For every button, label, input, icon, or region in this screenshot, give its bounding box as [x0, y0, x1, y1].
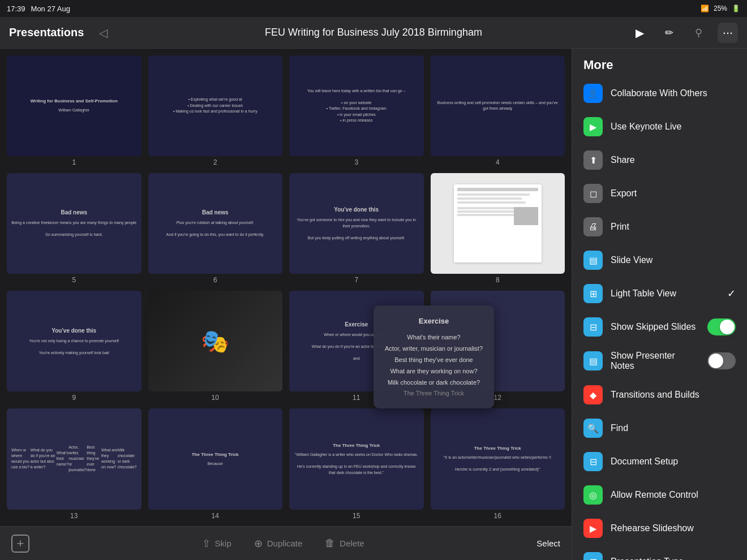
slide-number: 14	[212, 512, 219, 520]
panel-item-find[interactable]: 🔍Find	[572, 412, 747, 445]
slide-number: 10	[212, 394, 219, 402]
slide-item[interactable]: The Three Thing Trick Because 14	[148, 408, 283, 519]
panel-item-rehearse[interactable]: ▶Rehearse Slideshow	[572, 512, 747, 545]
slide-thumbnail[interactable]: You will leave here today with a written…	[289, 55, 424, 156]
slide-item[interactable]: When or where would you use a bio?What d…	[7, 408, 141, 519]
find-icon: 🔍	[583, 419, 603, 438]
status-date: Mon 27 Aug	[31, 5, 70, 13]
panel-item-light-table[interactable]: ⊞Light Table View✓	[572, 277, 747, 311]
slide-thumbnail[interactable]: The Three Thing Trick "X is an actor/wri…	[431, 408, 565, 509]
slide-item[interactable]: The Three Thing Trick "William Gallagher…	[289, 408, 424, 519]
battery-level: 25%	[714, 5, 727, 12]
print-label: Print	[611, 222, 736, 232]
remote-icon: ◎	[583, 485, 603, 505]
doc-setup-label: Document Setup	[611, 456, 736, 467]
export-label: Export	[611, 188, 736, 199]
slide-thumbnail[interactable]: • Exploiting what we're good at• Dealing…	[148, 55, 283, 156]
slide-number: 1	[72, 158, 76, 166]
app-title: Presentations	[9, 26, 84, 39]
right-panel: More 👤Collaborate With Others▶Use Keynot…	[572, 49, 747, 560]
slide-thumbnail[interactable]: The Three Thing Trick Because	[148, 408, 283, 509]
select-label: Select	[536, 539, 560, 548]
add-slide-button[interactable]: +	[11, 535, 29, 553]
wifi-icon: 📶	[701, 5, 709, 12]
panel-item-export[interactable]: ◻Export	[572, 177, 747, 210]
delete-icon: 🗑	[325, 537, 335, 549]
slide-thumbnail[interactable]: You've done this You've got someone to h…	[289, 173, 424, 274]
slide-item[interactable]: You will leave here today with a written…	[289, 55, 424, 166]
toolbar: Presentations ◁ FEU Writing for Business…	[0, 17, 747, 49]
slide-thumbnail[interactable]: The Three Thing Trick "William Gallagher…	[289, 408, 424, 509]
slide-item[interactable]: 8	[431, 173, 565, 284]
share-button[interactable]: ⚲	[688, 23, 709, 43]
slide-item[interactable]: The Three Thing Trick "X is an actor/wri…	[431, 408, 565, 519]
keynote-live-label: Use Keynote Live	[611, 122, 736, 132]
slide-number: 6	[213, 276, 217, 284]
panel-item-presenter-notes[interactable]: ▤Show Presenter Notes	[572, 344, 747, 378]
slide-view-icon: ▤	[583, 251, 603, 270]
slide-item[interactable]: 🎭 10	[148, 291, 283, 402]
panel-item-pres-type[interactable]: ⊟Presentation Type	[572, 545, 747, 560]
panel-item-keynote-live[interactable]: ▶Use Keynote Live	[572, 110, 747, 144]
slide-item[interactable]: • Exploiting what we're good at• Dealing…	[148, 55, 283, 166]
select-button[interactable]: Select	[536, 539, 560, 548]
add-icon: +	[11, 535, 29, 553]
slide-thumbnail[interactable]: Writing for Business and Self-Promotion …	[7, 55, 141, 156]
annotate-button[interactable]: ✏	[659, 23, 679, 43]
slide-item[interactable]: Business writing and self-promotion need…	[431, 55, 565, 166]
export-icon: ◻	[583, 184, 603, 203]
duplicate-icon: ⊕	[254, 537, 263, 550]
share-label: Share	[611, 155, 736, 165]
delete-button[interactable]: 🗑 Delete	[325, 537, 364, 549]
skip-icon: ⇧	[202, 537, 211, 550]
slide-thumbnail[interactable]: Bad news Being a creative freelancer mea…	[7, 173, 141, 274]
presenter-notes-icon: ▤	[583, 351, 603, 371]
slide-area[interactable]: Writing for Business and Self-Promotion …	[0, 49, 572, 560]
panel-item-collaborate[interactable]: 👤Collaborate With Others	[572, 77, 747, 110]
play-button[interactable]: ▶	[629, 23, 650, 43]
slide-thumbnail[interactable]: Bad news Plus you're rubbish at talking …	[148, 173, 283, 274]
slide-item[interactable]: Bad news Plus you're rubbish at talking …	[148, 173, 283, 284]
panel-item-share[interactable]: ⬆Share	[572, 144, 747, 177]
slide-item[interactable]: You've done this You've got someone to h…	[289, 173, 424, 284]
main-area: Writing for Business and Self-Promotion …	[0, 49, 747, 560]
slide-number: 9	[72, 394, 76, 402]
panel-item-doc-setup[interactable]: ⊟Document Setup	[572, 445, 747, 479]
pres-type-label: Presentation Type	[611, 557, 736, 560]
duplicate-button[interactable]: ⊕ Duplicate	[254, 537, 303, 550]
panel-items: 👤Collaborate With Others▶Use Keynote Liv…	[572, 77, 747, 560]
slide-item[interactable]: Bad news Being a creative freelancer mea…	[7, 173, 141, 284]
slide-thumbnail[interactable]: When or where would you use a bio?What d…	[7, 408, 141, 509]
slide-view-label: Slide View	[611, 255, 736, 265]
slide-item[interactable]: Writing for Business and Self-Promotion …	[7, 55, 141, 166]
back-button[interactable]: ◁	[93, 23, 113, 43]
panel-title: More	[572, 49, 747, 77]
slide-thumbnail[interactable]: 🎭	[148, 291, 283, 391]
panel-item-show-skipped[interactable]: ⊟Show Skipped Slides	[572, 311, 747, 344]
collaborate-label: Collaborate With Others	[611, 88, 736, 98]
transitions-label: Transitions and Builds	[611, 390, 736, 400]
slide-number: 2	[213, 158, 217, 166]
panel-item-slide-view[interactable]: ▤Slide View	[572, 244, 747, 277]
exercise-popup: ExerciseWhat's their name?Actor, writer,…	[374, 305, 494, 408]
slide-number: 16	[494, 512, 501, 520]
share-icon: ⬆	[583, 150, 603, 170]
doc-setup-icon: ⊟	[583, 452, 603, 471]
rehearse-icon: ▶	[583, 519, 603, 538]
slide-item[interactable]: You've done this You're not only losing …	[7, 291, 141, 402]
more-button[interactable]: ···	[718, 23, 738, 43]
panel-item-print[interactable]: 🖨Print	[572, 210, 747, 244]
skip-button[interactable]: ⇧ Skip	[202, 537, 231, 550]
find-label: Find	[611, 423, 736, 433]
show-skipped-toggle[interactable]	[707, 318, 736, 335]
light-table-icon: ⊞	[583, 284, 603, 303]
slide-thumbnail[interactable]: You've done this You're not only losing …	[7, 291, 141, 391]
slide-number: 7	[354, 276, 358, 284]
panel-item-remote[interactable]: ◎Allow Remote Control	[572, 479, 747, 512]
presenter-notes-toggle[interactable]	[707, 352, 736, 369]
slide-thumbnail[interactable]: Business writing and self-promotion need…	[431, 55, 565, 156]
panel-item-transitions[interactable]: ◆Transitions and Builds	[572, 378, 747, 412]
status-bar: 17:39 Mon 27 Aug 📶 25% 🔋	[0, 0, 747, 17]
slide-thumbnail[interactable]	[431, 173, 565, 274]
keynote-live-icon: ▶	[583, 117, 603, 136]
